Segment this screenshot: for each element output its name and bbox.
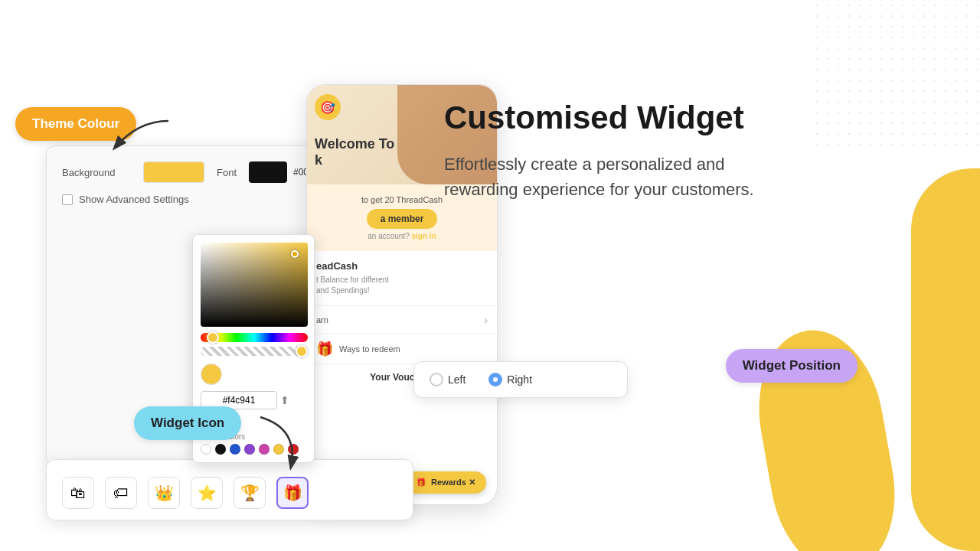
threadcash-desc: t Balance for differentand Spendings! [316,275,488,296]
rewards-button[interactable]: 🎁 Rewards ✕ [405,471,486,494]
signup-button[interactable]: a member [367,209,438,229]
signin-text: an account? sign in [318,232,486,240]
mobile-logo: 🎯 [315,94,341,120]
ways-row: 🎁 Ways to redeem [307,334,497,364]
icon-option-star[interactable]: ⭐ [191,477,223,509]
ways-text: Ways to redeem [339,344,400,354]
preset-white[interactable] [201,444,211,455]
opacity-cursor[interactable] [296,345,308,357]
hue-bar[interactable] [201,333,308,342]
dot-pattern [812,0,980,153]
icon-option-gift[interactable]: 🎁 [276,477,309,509]
theme-colour-badge: Theme Colour [15,107,136,141]
icon-picker-panel: 🛍 🏷 👑 ⭐ 🏆 🎁 [46,459,413,520]
signin-link[interactable]: sign in [412,232,436,240]
font-label: Font [217,167,237,178]
ways-icon: 🎁 [316,341,333,357]
threadcash-section: eadCash t Balance for differentand Spend… [307,251,497,306]
color-preview-row [201,364,306,385]
rewards-icon: 🎁 [416,478,426,487]
widget-icon-badge: Widget Icon [134,406,241,440]
advanced-checkbox[interactable] [62,194,73,205]
learn-arrow: › [484,314,488,326]
preset-purple[interactable] [244,444,255,455]
icon-option-crown[interactable]: 👑 [148,477,180,509]
background-color-swatch[interactable] [143,161,204,183]
position-right-label: Right [507,373,532,386]
widget-position-badge: Widget Position [726,349,858,383]
font-color-swatch[interactable] [249,161,287,183]
right-section: Customised Widget Effortlessly create a … [444,99,766,202]
learn-text: arn [316,315,328,324]
preset-red[interactable] [288,444,299,455]
widget-position-panel: Left Right [413,361,628,398]
page-description: Effortlessly create a personalized and r… [444,152,766,202]
icon-option-trophy[interactable]: 🏆 [234,477,266,509]
threadcash-title: eadCash [316,260,488,272]
learn-row[interactable]: arn › [307,306,497,334]
hex-increment[interactable]: ⬆ [280,394,289,406]
advanced-settings-label: Show Advanced Settings [79,194,189,205]
rewards-label: Rewards ✕ [431,478,475,487]
preset-colors-row [201,444,306,455]
radio-right[interactable] [488,373,502,386]
font-color-swatch-container: #000 [249,161,314,183]
background-label: Background [62,167,131,178]
preset-pink[interactable] [259,444,270,455]
radio-left[interactable] [430,373,443,386]
yellow-wave [911,168,980,551]
color-gradient[interactable] [201,243,308,327]
opacity-bar[interactable] [201,347,308,356]
color-preview-circle [201,364,222,385]
page-title: Customised Widget [444,99,766,136]
hue-cursor[interactable] [207,331,219,344]
preset-black[interactable] [215,444,226,455]
welcome-text: Welcome To k [315,136,394,169]
icon-option-bag[interactable]: 🛍 [62,477,94,509]
icon-option-tag[interactable]: 🏷 [105,477,137,509]
preset-yellow[interactable] [273,444,284,455]
position-left-option[interactable]: Left [430,373,466,386]
position-left-label: Left [448,373,466,386]
preset-blue[interactable] [230,444,240,455]
icon-picker-row: 🛍 🏷 👑 ⭐ 🏆 🎁 [62,477,397,509]
position-right-option[interactable]: Right [488,373,532,386]
gradient-cursor[interactable] [291,250,299,258]
